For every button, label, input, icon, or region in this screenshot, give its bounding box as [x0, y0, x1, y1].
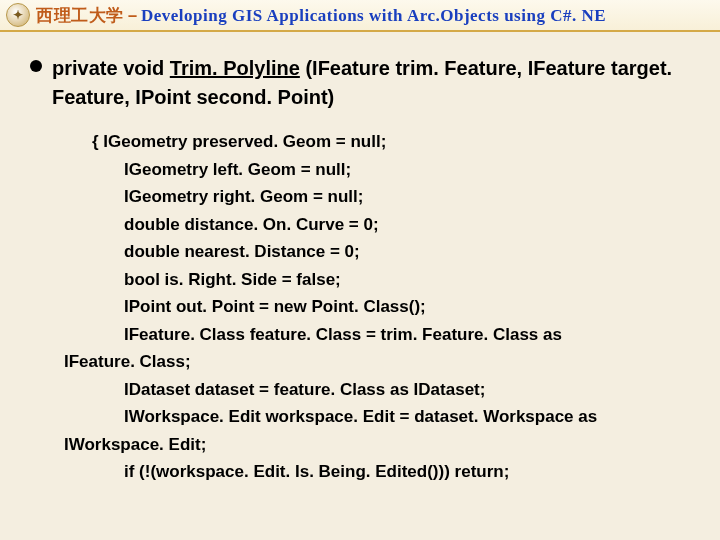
method-modifiers: private void [52, 57, 170, 79]
code-block: { IGeometry preserved. Geom = null;IGeom… [64, 128, 696, 486]
code-line: IWorkspace. Edit; [64, 431, 696, 459]
code-line: { IGeometry preserved. Geom = null; [64, 128, 696, 156]
code-line: IWorkspace. Edit workspace. Edit = datas… [64, 403, 696, 431]
slide-content: private void Trim. Polyline (IFeature tr… [0, 32, 720, 496]
method-signature: private void Trim. Polyline (IFeature tr… [52, 54, 696, 112]
code-line: IGeometry right. Geom = null; [64, 183, 696, 211]
code-line: IPoint out. Point = new Point. Class(); [64, 293, 696, 321]
header-title: 西理工大学－Developing GIS Applications with A… [36, 4, 606, 27]
code-line: IFeature. Class; [64, 348, 696, 376]
code-line: if (!(workspace. Edit. Is. Being. Edited… [64, 458, 696, 486]
university-logo: ✦ [6, 3, 30, 27]
code-line: IDataset dataset = feature. Class as IDa… [64, 376, 696, 404]
bullet-icon [30, 60, 42, 72]
code-line: IGeometry left. Geom = null; [64, 156, 696, 184]
method-name: Trim. Polyline [170, 57, 300, 79]
code-line: bool is. Right. Side = false; [64, 266, 696, 294]
header-chinese: 西理工大学－ [36, 6, 141, 25]
code-line: IFeature. Class feature. Class = trim. F… [64, 321, 696, 349]
logo-glyph: ✦ [13, 8, 23, 22]
slide-header: ✦ 西理工大学－Developing GIS Applications with… [0, 0, 720, 32]
header-english: Developing GIS Applications with Arc.Obj… [141, 6, 606, 25]
method-signature-row: private void Trim. Polyline (IFeature tr… [30, 54, 696, 112]
code-line: double nearest. Distance = 0; [64, 238, 696, 266]
code-line: double distance. On. Curve = 0; [64, 211, 696, 239]
